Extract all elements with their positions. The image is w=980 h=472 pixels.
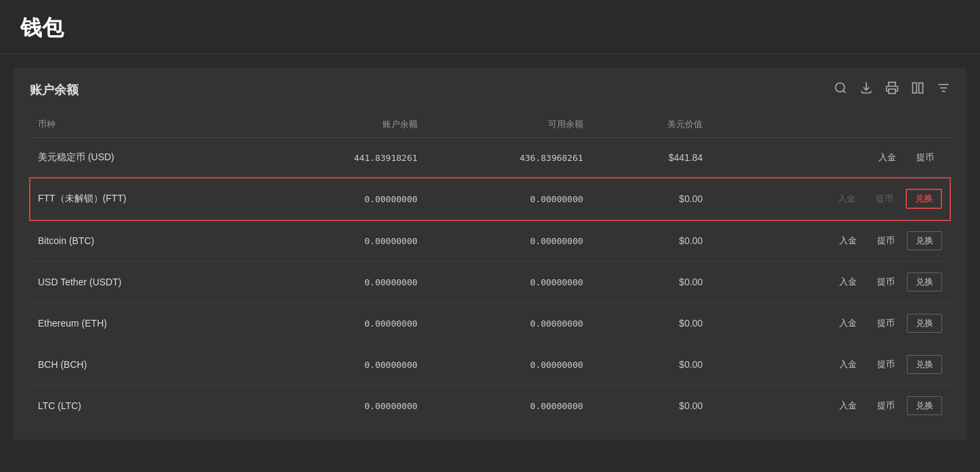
deposit-button[interactable]: 入金	[831, 356, 865, 373]
withdraw-button[interactable]: 提币	[869, 232, 903, 250]
svg-rect-4	[919, 83, 923, 93]
page-header: 钱包	[0, 0, 980, 54]
usd-value: $0.00	[592, 344, 711, 385]
table-body: 美元稳定币 (USD)441.83918261436.83968261$441.…	[30, 138, 950, 427]
withdraw-button[interactable]: 提币	[908, 149, 942, 166]
usd-value: $441.84	[592, 138, 711, 178]
balance-value: 0.00000000	[260, 178, 426, 220]
table-header-row: 币种 账户余额 可用余额 美元价值	[30, 112, 950, 138]
table-row: Bitcoin (BTC)0.000000000.00000000$0.00入金…	[30, 220, 950, 262]
usd-value: $0.00	[592, 303, 711, 344]
exchange-button[interactable]: 兑换	[907, 314, 942, 333]
svg-rect-2	[889, 89, 895, 94]
svg-line-1	[843, 91, 846, 93]
table-row: 美元稳定币 (USD)441.83918261436.83968261$441.…	[30, 138, 950, 178]
row-actions: 入金提币兑换	[711, 303, 950, 344]
available-value: 0.00000000	[426, 344, 592, 385]
svg-point-0	[836, 83, 845, 92]
row-actions: 入金提币兑换	[711, 344, 950, 385]
table-row: USD Tether (USDT)0.000000000.00000000$0.…	[30, 262, 950, 303]
currency-name: USD Tether (USDT)	[30, 262, 260, 303]
row-actions: 入金提币兑换	[711, 385, 950, 427]
currency-name: LTC (LTC)	[30, 385, 260, 427]
deposit-button[interactable]: 入金	[831, 232, 865, 250]
svg-rect-3	[913, 83, 917, 93]
header-available: 可用余额	[426, 112, 592, 138]
print-icon[interactable]	[885, 81, 899, 98]
withdraw-button[interactable]: 提币	[869, 397, 903, 415]
exchange-button[interactable]: 兑换	[906, 189, 942, 209]
exchange-button[interactable]: 兑换	[907, 273, 942, 291]
row-actions: 入金提币兑换	[711, 178, 950, 220]
deposit-button[interactable]: 入金	[831, 314, 865, 332]
balance-value: 0.00000000	[260, 303, 426, 344]
deposit-button[interactable]: 入金	[870, 149, 904, 166]
usd-value: $0.00	[592, 220, 711, 262]
header-usd: 美元价值	[592, 112, 711, 138]
search-icon[interactable]	[834, 81, 847, 98]
available-value: 0.00000000	[426, 262, 592, 303]
table-row: FTT（未解锁）(FTT)0.000000000.00000000$0.00入金…	[30, 178, 950, 220]
currency-name: 美元稳定币 (USD)	[30, 138, 260, 178]
usd-value: $0.00	[592, 262, 711, 303]
toolbar-icons	[834, 81, 950, 98]
available-value: 436.83968261	[426, 138, 592, 178]
table-row: LTC (LTC)0.000000000.00000000$0.00入金提币兑换	[30, 385, 950, 427]
row-actions: 入金提币兑换	[711, 262, 950, 303]
header-currency: 币种	[30, 112, 260, 138]
withdraw-button[interactable]: 提币	[869, 273, 903, 291]
main-content: 账户余额	[14, 68, 966, 440]
withdraw-button[interactable]: 提币	[869, 314, 903, 332]
balance-value: 0.00000000	[260, 262, 426, 303]
withdraw-button[interactable]: 提币	[869, 356, 903, 373]
usd-value: $0.00	[592, 178, 711, 220]
columns-icon[interactable]	[911, 81, 925, 98]
currency-name: Bitcoin (BTC)	[30, 220, 260, 262]
available-value: 0.00000000	[426, 178, 592, 220]
header-actions	[711, 112, 950, 138]
deposit-button[interactable]: 入金	[831, 273, 865, 291]
balance-value: 0.00000000	[260, 220, 426, 262]
deposit-button: 入金	[830, 190, 864, 208]
available-value: 0.00000000	[426, 220, 592, 262]
exchange-button[interactable]: 兑换	[907, 396, 942, 415]
section-header: 账户余额	[30, 81, 950, 98]
header-balance: 账户余额	[260, 112, 426, 138]
exchange-button[interactable]: 兑换	[907, 231, 942, 250]
usd-value: $0.00	[592, 385, 711, 427]
currency-name: BCH (BCH)	[30, 344, 260, 385]
balance-value: 0.00000000	[260, 385, 426, 427]
section-title: 账户余额	[30, 82, 79, 98]
available-value: 0.00000000	[426, 385, 592, 427]
currency-name: Ethereum (ETH)	[30, 303, 260, 344]
page-title: 钱包	[20, 14, 960, 43]
table-row: Ethereum (ETH)0.000000000.00000000$0.00入…	[30, 303, 950, 344]
exchange-button[interactable]: 兑换	[907, 355, 942, 374]
download-icon[interactable]	[860, 81, 873, 98]
currency-name: FTT（未解锁）(FTT)	[30, 178, 260, 220]
table-row: BCH (BCH)0.000000000.00000000$0.00入金提币兑换	[30, 344, 950, 385]
withdraw-button: 提币	[868, 190, 901, 208]
filter-icon[interactable]	[937, 81, 950, 98]
deposit-button[interactable]: 入金	[831, 397, 865, 415]
balance-value: 441.83918261	[260, 138, 426, 178]
balance-value: 0.00000000	[260, 344, 426, 385]
available-value: 0.00000000	[426, 303, 592, 344]
row-actions: 入金提币兑换	[711, 220, 950, 262]
row-actions: 入金提币	[711, 138, 950, 178]
balance-table: 币种 账户余额 可用余额 美元价值 美元稳定币 (USD)441.8391826…	[30, 112, 950, 426]
